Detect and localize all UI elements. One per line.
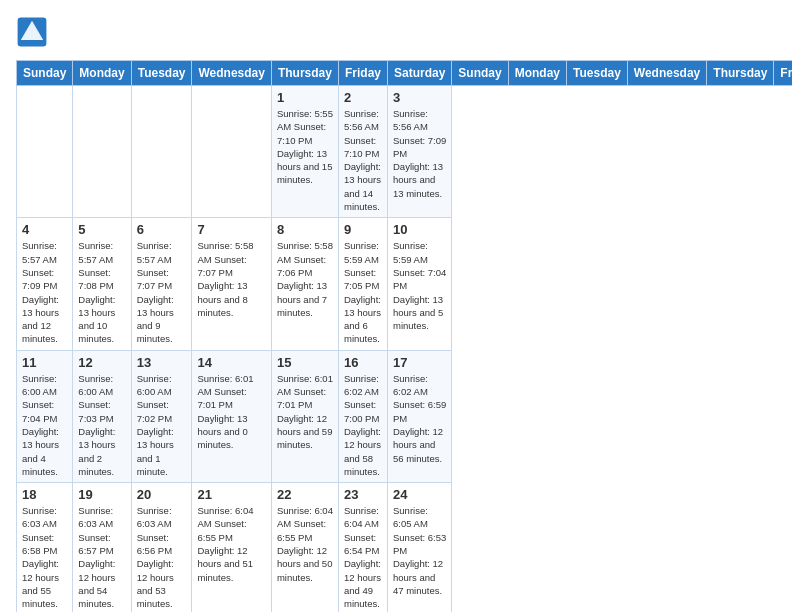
day-number: 24 — [393, 487, 446, 502]
day-number: 4 — [22, 222, 67, 237]
day-info: Sunrise: 6:04 AM Sunset: 6:55 PM Dayligh… — [277, 504, 333, 584]
calendar-cell: 4Sunrise: 5:57 AM Sunset: 7:09 PM Daylig… — [17, 218, 73, 350]
day-info: Sunrise: 6:00 AM Sunset: 7:03 PM Dayligh… — [78, 372, 125, 478]
day-number: 2 — [344, 90, 382, 105]
day-number: 18 — [22, 487, 67, 502]
day-info: Sunrise: 6:00 AM Sunset: 7:02 PM Dayligh… — [137, 372, 187, 478]
header-monday: Monday — [73, 61, 131, 86]
logo — [16, 16, 52, 48]
day-number: 8 — [277, 222, 333, 237]
day-info: Sunrise: 5:59 AM Sunset: 7:05 PM Dayligh… — [344, 239, 382, 345]
calendar-cell: 15Sunrise: 6:01 AM Sunset: 7:01 PM Dayli… — [271, 350, 338, 482]
day-info: Sunrise: 6:01 AM Sunset: 7:01 PM Dayligh… — [197, 372, 265, 452]
day-number: 12 — [78, 355, 125, 370]
day-info: Sunrise: 6:03 AM Sunset: 6:57 PM Dayligh… — [78, 504, 125, 610]
day-number: 1 — [277, 90, 333, 105]
day-number: 23 — [344, 487, 382, 502]
day-number: 21 — [197, 487, 265, 502]
calendar-cell — [73, 86, 131, 218]
calendar-table: SundayMondayTuesdayWednesdayThursdayFrid… — [16, 60, 792, 612]
header-saturday: Saturday — [387, 61, 451, 86]
day-number: 17 — [393, 355, 446, 370]
day-number: 11 — [22, 355, 67, 370]
calendar-week-2: 4Sunrise: 5:57 AM Sunset: 7:09 PM Daylig… — [17, 218, 793, 350]
header-day-monday: Monday — [508, 61, 566, 86]
header-day-friday: Friday — [774, 61, 792, 86]
day-info: Sunrise: 6:00 AM Sunset: 7:04 PM Dayligh… — [22, 372, 67, 478]
day-number: 3 — [393, 90, 446, 105]
calendar-cell: 6Sunrise: 5:57 AM Sunset: 7:07 PM Daylig… — [131, 218, 192, 350]
calendar-cell: 7Sunrise: 5:58 AM Sunset: 7:07 PM Daylig… — [192, 218, 271, 350]
day-info: Sunrise: 5:58 AM Sunset: 7:06 PM Dayligh… — [277, 239, 333, 319]
calendar-cell: 3Sunrise: 5:56 AM Sunset: 7:09 PM Daylig… — [387, 86, 451, 218]
day-number: 13 — [137, 355, 187, 370]
day-info: Sunrise: 6:04 AM Sunset: 6:55 PM Dayligh… — [197, 504, 265, 584]
calendar-header-row: SundayMondayTuesdayWednesdayThursdayFrid… — [17, 61, 793, 86]
calendar-week-1: 1Sunrise: 5:55 AM Sunset: 7:10 PM Daylig… — [17, 86, 793, 218]
calendar-cell: 23Sunrise: 6:04 AM Sunset: 6:54 PM Dayli… — [338, 483, 387, 612]
header-day-thursday: Thursday — [707, 61, 774, 86]
day-number: 16 — [344, 355, 382, 370]
day-number: 10 — [393, 222, 446, 237]
day-number: 9 — [344, 222, 382, 237]
day-number: 22 — [277, 487, 333, 502]
day-info: Sunrise: 5:57 AM Sunset: 7:09 PM Dayligh… — [22, 239, 67, 345]
day-number: 14 — [197, 355, 265, 370]
day-info: Sunrise: 6:02 AM Sunset: 7:00 PM Dayligh… — [344, 372, 382, 478]
day-info: Sunrise: 6:04 AM Sunset: 6:54 PM Dayligh… — [344, 504, 382, 610]
day-info: Sunrise: 5:58 AM Sunset: 7:07 PM Dayligh… — [197, 239, 265, 319]
header-tuesday: Tuesday — [131, 61, 192, 86]
day-info: Sunrise: 6:03 AM Sunset: 6:56 PM Dayligh… — [137, 504, 187, 610]
header-day-wednesday: Wednesday — [627, 61, 706, 86]
calendar-cell — [17, 86, 73, 218]
calendar-week-4: 18Sunrise: 6:03 AM Sunset: 6:58 PM Dayli… — [17, 483, 793, 612]
calendar-cell: 19Sunrise: 6:03 AM Sunset: 6:57 PM Dayli… — [73, 483, 131, 612]
day-info: Sunrise: 5:56 AM Sunset: 7:10 PM Dayligh… — [344, 107, 382, 213]
day-info: Sunrise: 5:55 AM Sunset: 7:10 PM Dayligh… — [277, 107, 333, 187]
day-info: Sunrise: 6:03 AM Sunset: 6:58 PM Dayligh… — [22, 504, 67, 610]
calendar-cell: 5Sunrise: 5:57 AM Sunset: 7:08 PM Daylig… — [73, 218, 131, 350]
calendar-cell: 13Sunrise: 6:00 AM Sunset: 7:02 PM Dayli… — [131, 350, 192, 482]
calendar-cell: 21Sunrise: 6:04 AM Sunset: 6:55 PM Dayli… — [192, 483, 271, 612]
calendar-cell: 12Sunrise: 6:00 AM Sunset: 7:03 PM Dayli… — [73, 350, 131, 482]
day-number: 6 — [137, 222, 187, 237]
day-info: Sunrise: 5:57 AM Sunset: 7:08 PM Dayligh… — [78, 239, 125, 345]
day-number: 7 — [197, 222, 265, 237]
calendar-cell: 10Sunrise: 5:59 AM Sunset: 7:04 PM Dayli… — [387, 218, 451, 350]
calendar-cell — [131, 86, 192, 218]
generalblue-icon — [16, 16, 48, 48]
day-info: Sunrise: 5:57 AM Sunset: 7:07 PM Dayligh… — [137, 239, 187, 345]
header-day-sunday: Sunday — [452, 61, 508, 86]
day-info: Sunrise: 6:05 AM Sunset: 6:53 PM Dayligh… — [393, 504, 446, 597]
calendar-cell: 2Sunrise: 5:56 AM Sunset: 7:10 PM Daylig… — [338, 86, 387, 218]
header-wednesday: Wednesday — [192, 61, 271, 86]
day-info: Sunrise: 5:59 AM Sunset: 7:04 PM Dayligh… — [393, 239, 446, 332]
calendar-cell: 17Sunrise: 6:02 AM Sunset: 6:59 PM Dayli… — [387, 350, 451, 482]
calendar-cell — [192, 86, 271, 218]
calendar-cell: 8Sunrise: 5:58 AM Sunset: 7:06 PM Daylig… — [271, 218, 338, 350]
day-info: Sunrise: 5:56 AM Sunset: 7:09 PM Dayligh… — [393, 107, 446, 200]
header-friday: Friday — [338, 61, 387, 86]
day-number: 15 — [277, 355, 333, 370]
calendar-cell: 1Sunrise: 5:55 AM Sunset: 7:10 PM Daylig… — [271, 86, 338, 218]
day-number: 19 — [78, 487, 125, 502]
calendar-cell: 22Sunrise: 6:04 AM Sunset: 6:55 PM Dayli… — [271, 483, 338, 612]
calendar-cell: 16Sunrise: 6:02 AM Sunset: 7:00 PM Dayli… — [338, 350, 387, 482]
calendar-cell: 9Sunrise: 5:59 AM Sunset: 7:05 PM Daylig… — [338, 218, 387, 350]
day-info: Sunrise: 6:02 AM Sunset: 6:59 PM Dayligh… — [393, 372, 446, 465]
calendar-cell: 24Sunrise: 6:05 AM Sunset: 6:53 PM Dayli… — [387, 483, 451, 612]
calendar-cell: 11Sunrise: 6:00 AM Sunset: 7:04 PM Dayli… — [17, 350, 73, 482]
page-header — [16, 16, 776, 48]
header-day-tuesday: Tuesday — [567, 61, 628, 86]
calendar-cell: 20Sunrise: 6:03 AM Sunset: 6:56 PM Dayli… — [131, 483, 192, 612]
header-sunday: Sunday — [17, 61, 73, 86]
calendar-week-3: 11Sunrise: 6:00 AM Sunset: 7:04 PM Dayli… — [17, 350, 793, 482]
day-info: Sunrise: 6:01 AM Sunset: 7:01 PM Dayligh… — [277, 372, 333, 452]
calendar-cell: 14Sunrise: 6:01 AM Sunset: 7:01 PM Dayli… — [192, 350, 271, 482]
day-number: 5 — [78, 222, 125, 237]
header-thursday: Thursday — [271, 61, 338, 86]
calendar-cell: 18Sunrise: 6:03 AM Sunset: 6:58 PM Dayli… — [17, 483, 73, 612]
day-number: 20 — [137, 487, 187, 502]
